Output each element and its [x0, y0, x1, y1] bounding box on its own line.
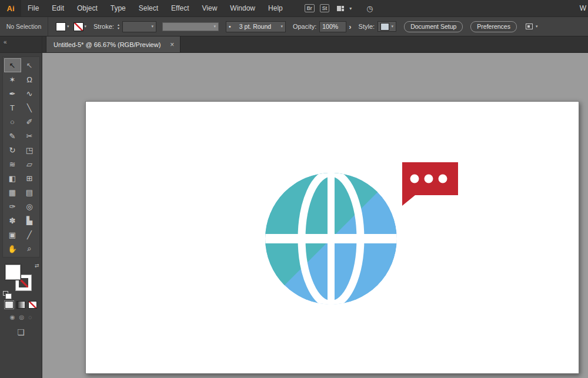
artboard[interactable]: [85, 101, 579, 374]
width-profile-select[interactable]: ▾: [162, 22, 219, 31]
menu-object[interactable]: Object: [71, 0, 104, 16]
opacity-value: 100%: [322, 23, 338, 30]
brush-definition-value: 3 pt. Round: [239, 23, 271, 30]
canvas[interactable]: [42, 53, 588, 378]
perspective-grid-tool[interactable]: ⊞: [21, 171, 38, 185]
stepper-down-icon[interactable]: ▾: [118, 27, 119, 30]
brush-definition-select[interactable]: • 3 pt. Round ▾: [226, 21, 286, 32]
stroke-label: Stroke:: [93, 23, 114, 30]
rotate-tool[interactable]: ↻: [4, 143, 21, 157]
chevron-down-icon: ▾: [280, 24, 283, 29]
column-graph-tool[interactable]: ▙: [21, 213, 38, 228]
stroke-width-stepper[interactable]: ▴ ▾: [118, 24, 119, 30]
menu-view[interactable]: View: [196, 0, 224, 16]
chevron-down-icon: ▾: [151, 24, 153, 29]
control-bar: No Selection ▾ ▾ Stroke: ▴ ▾ ▾ ▾ • 3 pt.…: [0, 16, 588, 36]
graphic-style-select[interactable]: ▾: [377, 21, 396, 32]
eyedropper-tool[interactable]: ✑: [4, 199, 21, 213]
color-mode-row: [0, 301, 42, 309]
workspace-switcher[interactable]: ▾: [526, 24, 538, 29]
stepper-up-icon[interactable]: ▴: [118, 24, 119, 26]
selection-tool[interactable]: ↖: [4, 58, 21, 72]
screen-mode-icon[interactable]: ❏: [0, 327, 42, 337]
menu-edit[interactable]: Edit: [45, 0, 71, 16]
default-fill-stroke-icon[interactable]: [3, 291, 8, 296]
curvature-tool[interactable]: ∿: [21, 86, 38, 101]
style-swatch: [380, 23, 389, 31]
bridge-icon[interactable]: Br: [305, 4, 315, 12]
fill-proxy[interactable]: [5, 265, 21, 280]
paintbrush-tool[interactable]: ✐: [21, 115, 38, 129]
collapse-panel-button[interactable]: «: [0, 36, 42, 53]
app-logo-icon[interactable]: Ai: [0, 0, 21, 16]
close-icon[interactable]: ×: [170, 41, 174, 49]
line-segment-tool[interactable]: ╲: [21, 101, 38, 115]
draw-mode-row: ◉ ◎ ◌: [0, 314, 42, 320]
artboard-tool[interactable]: ▣: [4, 228, 21, 242]
free-transform-tool[interactable]: ▱: [21, 157, 38, 171]
arrange-documents-icon[interactable]: [337, 6, 344, 11]
menu-help[interactable]: Help: [262, 0, 289, 16]
document-tab-title: Untitled-5* @ 66.67% (RGB/Preview): [54, 41, 161, 48]
chevron-down-icon[interactable]: ▾: [85, 24, 87, 29]
logo-artwork[interactable]: [86, 102, 580, 374]
mesh-tool[interactable]: ▦: [4, 185, 21, 199]
fill-stroke-indicator: ⇄: [2, 262, 40, 296]
globe-shape[interactable]: [243, 150, 419, 327]
stroke-width-select[interactable]: ▾: [122, 21, 156, 32]
fill-color-swatch[interactable]: [56, 22, 66, 31]
slice-tool[interactable]: ╱: [21, 228, 38, 242]
type-tool[interactable]: T: [4, 101, 21, 115]
document-tab[interactable]: Untitled-5* @ 66.67% (RGB/Preview) ×: [46, 36, 181, 52]
draw-behind-icon[interactable]: ◎: [19, 314, 25, 320]
style-label: Style:: [359, 23, 375, 30]
illustrator-window: Ai File Edit Object Type Select Effect V…: [0, 0, 588, 378]
magic-wand-tool[interactable]: ✶: [4, 72, 21, 86]
pen-tool[interactable]: ✒: [4, 86, 21, 101]
menu-effect[interactable]: Effect: [165, 0, 195, 16]
opacity-label: Opacity:: [293, 23, 316, 30]
zoom-tool[interactable]: ⌕: [21, 242, 38, 256]
chevron-down-icon[interactable]: ▾: [349, 6, 352, 11]
preferences-button[interactable]: Preferences: [470, 21, 517, 32]
menu-select[interactable]: Select: [132, 0, 165, 16]
scale-tool[interactable]: ◳: [21, 143, 38, 157]
symbol-sprayer-tool[interactable]: ✽: [4, 213, 21, 228]
gradient-mode-icon[interactable]: [16, 301, 25, 309]
window-hint-text: W: [580, 4, 588, 12]
ellipse-tool[interactable]: ○: [4, 115, 21, 129]
opacity-input[interactable]: 100%: [319, 21, 346, 32]
document-area: Untitled-5* @ 66.67% (RGB/Preview) ×: [42, 36, 588, 378]
direct-selection-tool[interactable]: ↖: [21, 58, 38, 72]
hand-tool[interactable]: ✋: [4, 242, 21, 256]
lasso-tool[interactable]: Ω: [21, 72, 38, 86]
menu-window[interactable]: Window: [223, 0, 262, 16]
draw-normal-icon[interactable]: ◉: [10, 314, 15, 320]
gauge-icon[interactable]: ◷: [366, 4, 373, 13]
bubble-dot: [439, 175, 447, 183]
blend-tool[interactable]: ◎: [21, 199, 38, 213]
menu-bar: Ai File Edit Object Type Select Effect V…: [0, 0, 588, 16]
document-setup-button[interactable]: Document Setup: [404, 21, 463, 32]
chevron-down-icon: ▾: [536, 24, 538, 29]
stock-icon[interactable]: St: [320, 4, 330, 12]
scissors-tool[interactable]: ✂: [21, 129, 38, 143]
document-tab-bar: Untitled-5* @ 66.67% (RGB/Preview) ×: [42, 36, 588, 53]
chevron-down-icon[interactable]: ▾: [67, 24, 69, 29]
main-area: « ↖ ↖ ✶ Ω ✒ ∿ T ╲ ○: [0, 36, 588, 378]
menu-file[interactable]: File: [21, 0, 45, 16]
color-mode-icon[interactable]: [5, 301, 14, 309]
swap-fill-stroke-icon[interactable]: ⇄: [35, 263, 39, 269]
menu-type[interactable]: Type: [104, 0, 132, 16]
tools-panel: ↖ ↖ ✶ Ω ✒ ∿ T ╲ ○ ✐: [2, 56, 40, 257]
speech-bubble-shape[interactable]: [402, 162, 458, 206]
bubble-dot: [425, 175, 433, 183]
shape-builder-tool[interactable]: ◧: [4, 171, 21, 185]
stroke-color-swatch[interactable]: [74, 22, 83, 31]
shaper-tool[interactable]: ✎: [4, 129, 21, 143]
opacity-panel-arrow-icon[interactable]: ›: [349, 22, 351, 31]
draw-inside-icon[interactable]: ◌: [28, 314, 32, 320]
width-tool[interactable]: ≋: [4, 157, 21, 171]
gradient-tool[interactable]: ▤: [21, 185, 38, 199]
none-mode-icon[interactable]: [28, 301, 37, 309]
